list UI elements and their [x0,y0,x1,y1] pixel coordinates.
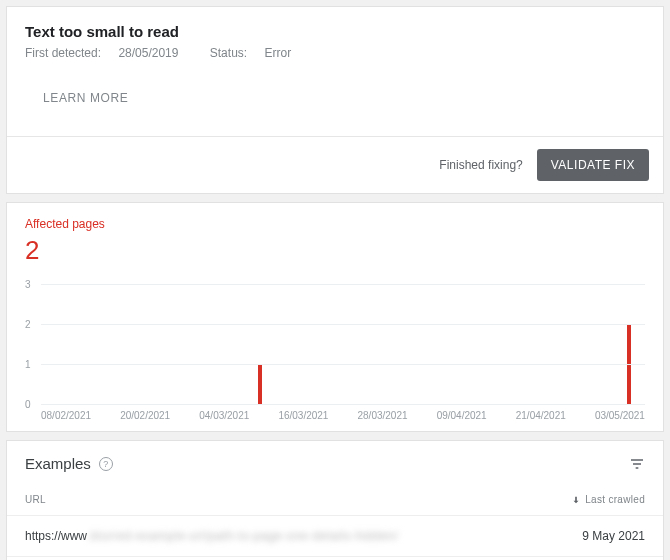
chart-x-tick: 20/02/2021 [120,410,170,421]
examples-title: Examples [25,455,91,472]
example-row[interactable]: https://www.blurred-example-url/top-10-s… [7,556,663,560]
chart-y-tick: 0 [25,399,39,410]
chart-gridline [41,324,645,325]
affected-pages-count: 2 [25,235,645,266]
chart-x-tick: 16/03/2021 [278,410,328,421]
chart-y-tick: 2 [25,319,39,330]
header-top: Text too small to read First detected: 2… [7,7,663,136]
col-url[interactable]: URL [25,494,46,505]
examples-rows: https://www.blurred-example-url/path-to-… [7,515,663,560]
issue-title: Text too small to read [25,23,645,40]
chart-x-tick: 08/02/2021 [41,410,91,421]
affected-chart: 3210 [25,284,645,404]
chart-x-tick: 09/04/2021 [437,410,487,421]
issue-header-card: Text too small to read First detected: 2… [6,6,664,194]
learn-more-link[interactable]: LEARN MORE [43,91,128,105]
validate-row: Finished fixing? VALIDATE FIX [7,137,663,193]
status: Status: Error [210,46,305,60]
sort-desc-icon [571,495,581,505]
examples-card: Examples ? URL Last crawled https://www.… [6,440,664,560]
learn-more-row: LEARN MORE [25,88,645,122]
chart-bar [258,364,262,404]
issue-meta: First detected: 28/05/2019 Status: Error [25,46,645,60]
examples-header: Examples ? [7,441,663,484]
filter-icon[interactable] [629,456,645,472]
example-row[interactable]: https://www.blurred-example-url/path-to-… [7,515,663,556]
chart-x-tick: 28/03/2021 [358,410,408,421]
col-last-crawled[interactable]: Last crawled [571,494,645,505]
chart-x-tick: 21/04/2021 [516,410,566,421]
chart-x-tick: 04/03/2021 [199,410,249,421]
examples-columns: URL Last crawled [7,484,663,515]
first-detected: First detected: 28/05/2019 [25,46,196,60]
affected-pages-card: Affected pages 2 3210 08/02/202120/02/20… [6,202,664,432]
chart-gridline [41,364,645,365]
chart-gridline [41,404,645,405]
finished-fixing-label: Finished fixing? [439,158,522,172]
validate-fix-button[interactable]: VALIDATE FIX [537,149,649,181]
example-crawled: 9 May 2021 [582,529,645,543]
chart-y-tick: 1 [25,359,39,370]
affected-pages-label: Affected pages [25,217,645,231]
chart-x-axis: 08/02/202120/02/202104/03/202116/03/2021… [25,410,645,421]
help-icon[interactable]: ? [99,457,113,471]
example-url: https://www.blurred-example-url/path-to-… [25,529,398,543]
chart-x-tick: 03/05/2021 [595,410,645,421]
chart-bars [41,284,645,404]
chart-gridline [41,284,645,285]
chart-y-tick: 3 [25,279,39,290]
